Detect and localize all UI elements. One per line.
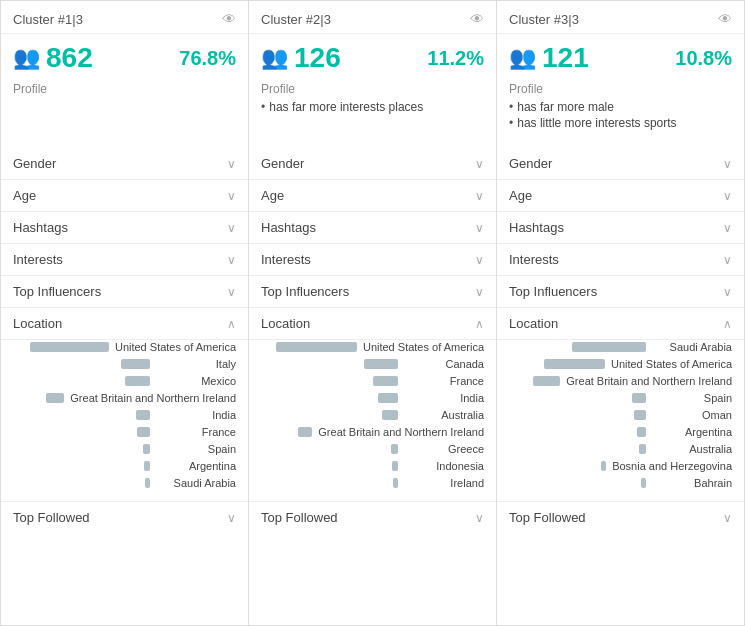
location-section: United States of AmericaItalyMexicoGreat… [1, 340, 248, 501]
location-section: United States of AmericaCanadaFranceIndi… [249, 340, 496, 501]
section-row-age[interactable]: Age∨ [497, 180, 744, 212]
location-header[interactable]: Location∧ [249, 308, 496, 340]
location-bar [144, 461, 150, 471]
cluster-2: Cluster #2|3👁👥12611.2%Profile•has far mo… [249, 1, 497, 625]
section-label: Gender [13, 156, 56, 171]
location-row: Ireland [261, 476, 484, 490]
bar-container [509, 427, 646, 437]
cluster-header: Cluster #1|3👁 [1, 1, 248, 34]
top-followed-label: Top Followed [261, 510, 338, 525]
section-label: Hashtags [509, 220, 564, 235]
chevron-down-icon: ∨ [723, 285, 732, 299]
stat-pct: 11.2% [427, 47, 484, 70]
chevron-down-icon: ∨ [723, 157, 732, 171]
section-row-hashtags[interactable]: Hashtags∨ [497, 212, 744, 244]
section-row-gender[interactable]: Gender∨ [249, 148, 496, 180]
location-name: Australia [404, 409, 484, 421]
bar-container [13, 410, 150, 420]
location-name: United States of America [611, 358, 732, 370]
bar-container [261, 376, 398, 386]
location-name: Australia [652, 443, 732, 455]
location-name: India [404, 392, 484, 404]
chevron-down-icon: ∨ [475, 253, 484, 267]
location-row: Mexico [13, 374, 236, 388]
top-followed-row[interactable]: Top Followed∨ [497, 501, 744, 533]
location-row: Great Britain and Northern Ireland [261, 425, 484, 439]
chevron-down-icon: ∨ [723, 511, 732, 525]
location-header[interactable]: Location∧ [497, 308, 744, 340]
profile-item-text: has far more male [517, 100, 614, 114]
section-row-gender[interactable]: Gender∨ [1, 148, 248, 180]
location-row: Argentina [13, 459, 236, 473]
chevron-up-icon: ∧ [475, 317, 484, 331]
chevron-down-icon: ∨ [475, 221, 484, 235]
location-bar [639, 444, 646, 454]
section-row-gender[interactable]: Gender∨ [497, 148, 744, 180]
eye-icon[interactable]: 👁 [470, 11, 484, 27]
location-name: Bosnia and Herzegovina [612, 460, 732, 472]
top-followed-row[interactable]: Top Followed∨ [1, 501, 248, 533]
bar-container [13, 461, 150, 471]
location-label: Location [509, 316, 558, 331]
location-bar [634, 410, 646, 420]
top-followed-label: Top Followed [13, 510, 90, 525]
chevron-down-icon: ∨ [475, 189, 484, 203]
location-row: India [13, 408, 236, 422]
section-row-interests[interactable]: Interests∨ [1, 244, 248, 276]
location-bar [373, 376, 398, 386]
location-bar [364, 359, 398, 369]
profile-label: Profile [261, 82, 484, 96]
location-bar [544, 359, 605, 369]
location-bar [641, 478, 646, 488]
location-name: Argentina [652, 426, 732, 438]
chevron-down-icon: ∨ [475, 157, 484, 171]
top-followed-row[interactable]: Top Followed∨ [249, 501, 496, 533]
location-bar [137, 427, 150, 437]
bar-container [509, 461, 606, 471]
location-name: France [156, 426, 236, 438]
cluster-stats: 👥12110.8% [497, 34, 744, 78]
eye-icon[interactable]: 👁 [718, 11, 732, 27]
clusters-container: Cluster #1|3👁👥86276.8%ProfileGender∨Age∨… [0, 0, 745, 626]
location-bar [392, 461, 398, 471]
location-name: Greece [404, 443, 484, 455]
bullet-icon: • [261, 100, 265, 114]
bar-container [13, 342, 109, 352]
section-label: Top Influencers [509, 284, 597, 299]
section-row-top-influencers[interactable]: Top Influencers∨ [1, 276, 248, 308]
location-bar [143, 444, 150, 454]
section-label: Gender [261, 156, 304, 171]
location-name: Canada [404, 358, 484, 370]
location-bar [298, 427, 312, 437]
bar-container [13, 478, 150, 488]
section-row-top-influencers[interactable]: Top Influencers∨ [249, 276, 496, 308]
section-row-interests[interactable]: Interests∨ [497, 244, 744, 276]
chevron-down-icon: ∨ [227, 285, 236, 299]
bar-container [13, 427, 150, 437]
location-bar [136, 410, 150, 420]
location-row: France [261, 374, 484, 388]
location-row: Spain [13, 442, 236, 456]
section-row-hashtags[interactable]: Hashtags∨ [249, 212, 496, 244]
profile-section: Profile•has far more male•has little mor… [497, 78, 744, 148]
location-name: India [156, 409, 236, 421]
section-row-age[interactable]: Age∨ [1, 180, 248, 212]
location-name: Oman [652, 409, 732, 421]
location-bar [393, 478, 398, 488]
location-header[interactable]: Location∧ [1, 308, 248, 340]
section-label: Age [13, 188, 36, 203]
section-row-hashtags[interactable]: Hashtags∨ [1, 212, 248, 244]
section-row-top-influencers[interactable]: Top Influencers∨ [497, 276, 744, 308]
section-row-age[interactable]: Age∨ [249, 180, 496, 212]
location-name: United States of America [363, 341, 484, 353]
profile-item: •has little more interests sports [509, 116, 732, 130]
section-label: Hashtags [13, 220, 68, 235]
location-row: Australia [509, 442, 732, 456]
eye-icon[interactable]: 👁 [222, 11, 236, 27]
bar-container [261, 427, 312, 437]
chevron-down-icon: ∨ [227, 511, 236, 525]
section-label: Top Influencers [13, 284, 101, 299]
section-row-interests[interactable]: Interests∨ [249, 244, 496, 276]
profile-section: Profile•has far more interests places [249, 78, 496, 148]
location-row: Canada [261, 357, 484, 371]
